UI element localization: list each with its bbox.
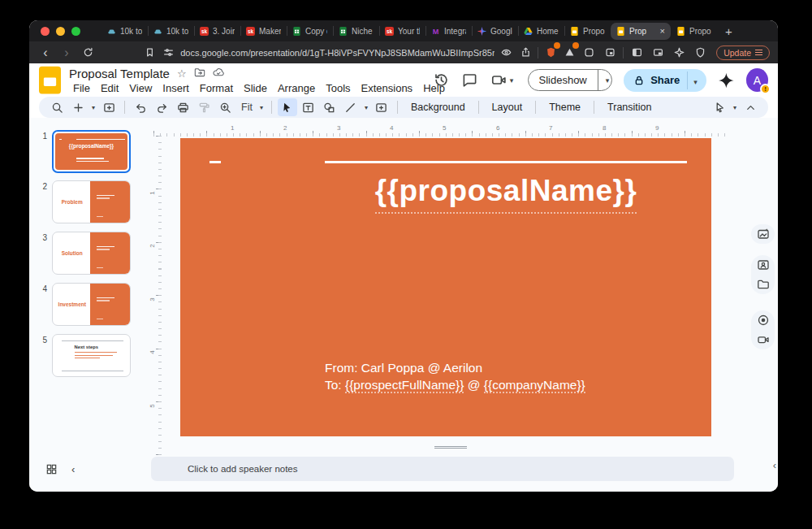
- pointer-caret[interactable]: ▾: [731, 104, 739, 111]
- paint-format-icon[interactable]: [194, 98, 214, 116]
- picture-in-picture-icon[interactable]: [650, 45, 666, 61]
- share-options-caret[interactable]: ▾: [687, 72, 703, 89]
- browser-tab[interactable]: 3. Join 3: [194, 20, 240, 41]
- menu-arrange[interactable]: Arrange: [274, 82, 319, 94]
- record-icon[interactable]: [757, 314, 770, 327]
- text-box-icon[interactable]: [299, 98, 318, 116]
- preview-icon[interactable]: [500, 45, 513, 61]
- star-icon[interactable]: ☆: [177, 68, 187, 79]
- search-menus-icon[interactable]: [47, 98, 67, 116]
- sidebar-toggle-icon[interactable]: [628, 45, 645, 61]
- address-bar[interactable]: docs.google.com/presentation/d/1gT-H8iVP…: [180, 48, 495, 58]
- menu-file[interactable]: File: [69, 82, 94, 94]
- reload-button[interactable]: [80, 45, 96, 61]
- layout-button[interactable]: Layout: [485, 102, 530, 113]
- browser-tab-active[interactable]: Prop×: [611, 23, 671, 40]
- site-settings-icon[interactable]: [162, 45, 175, 61]
- speaker-notes-input[interactable]: Click to add speaker notes: [151, 457, 734, 481]
- background-button[interactable]: Background: [404, 102, 473, 113]
- grid-view-icon[interactable]: [42, 460, 60, 478]
- line-tool-icon[interactable]: [341, 98, 361, 116]
- move-folder-icon[interactable]: [194, 67, 205, 80]
- minimize-window-button[interactable]: [56, 27, 65, 36]
- sparkle-icon[interactable]: [671, 45, 687, 61]
- shield-extension-icon[interactable]: [544, 45, 557, 61]
- bookmark-icon[interactable]: [143, 45, 156, 61]
- gemini-icon[interactable]: [718, 72, 735, 89]
- share-button[interactable]: Share ▾: [624, 69, 706, 92]
- line-tool-caret[interactable]: ▾: [362, 104, 370, 111]
- slide-fromto-textbox[interactable]: From: Carl Poppa @ Aerilon To: {{prospec…: [325, 359, 585, 393]
- image-star-icon[interactable]: [757, 228, 770, 241]
- slideshow-button[interactable]: Slideshow ▾: [528, 69, 613, 91]
- slide-accent-dash[interactable]: [209, 161, 221, 163]
- browser-tab[interactable]: Copy of: [287, 20, 333, 41]
- update-button[interactable]: Update: [716, 46, 770, 60]
- menu-edit[interactable]: Edit: [97, 82, 123, 94]
- slides-logo[interactable]: [39, 66, 61, 94]
- print-icon[interactable]: [173, 98, 192, 116]
- slide-thumbnail-1[interactable]: {{proposalName}}: [52, 130, 131, 173]
- notes-resize-handle[interactable]: [434, 446, 467, 449]
- cloud-status-icon[interactable]: [213, 67, 224, 80]
- new-slide-caret[interactable]: ▾: [89, 104, 97, 111]
- account-avatar[interactable]: A!: [746, 68, 768, 92]
- laser-pointer-icon[interactable]: [710, 98, 729, 116]
- new-tab-button[interactable]: +: [717, 24, 741, 38]
- redo-icon[interactable]: [152, 98, 171, 116]
- browser-tab[interactable]: 10k to $1: [148, 20, 194, 41]
- comment-icon[interactable]: [460, 70, 480, 91]
- shapes-icon[interactable]: [320, 98, 339, 116]
- browser-tab[interactable]: Proposal: [671, 20, 717, 41]
- browser-tab[interactable]: 10k to $1: [102, 20, 148, 41]
- document-title[interactable]: Proposal Template: [69, 67, 170, 80]
- collapse-filmstrip-icon[interactable]: ‹: [71, 463, 75, 475]
- browser-tab[interactable]: Integrati: [425, 20, 472, 41]
- menu-view[interactable]: View: [125, 82, 156, 94]
- hide-menus-icon[interactable]: [741, 98, 760, 116]
- menu-slide[interactable]: Slide: [240, 82, 271, 94]
- slide-thumbnail-3[interactable]: Solution: [52, 232, 131, 275]
- forward-button[interactable]: ›: [58, 45, 75, 61]
- browser-tab[interactable]: Niche Di: [333, 20, 379, 41]
- share-page-icon[interactable]: [519, 45, 532, 61]
- adblock-extension-icon[interactable]: [563, 45, 576, 61]
- meet-camera-icon[interactable]: ▾: [488, 70, 517, 91]
- zoom-icon[interactable]: [215, 98, 235, 116]
- zoom-caret[interactable]: ▾: [257, 104, 266, 111]
- screenshot-icon[interactable]: [602, 45, 618, 61]
- privacy-shield-icon[interactable]: [692, 45, 708, 61]
- slide-thumbnail-4[interactable]: Investment: [52, 283, 131, 326]
- scroll-right-chevron-icon[interactable]: ‹: [773, 459, 776, 471]
- slideshow-options-caret[interactable]: ▾: [598, 70, 612, 90]
- slide-canvas[interactable]: {{proposalName}} From: Carl Poppa @ Aeri…: [180, 138, 711, 436]
- slide-thumbnail-5[interactable]: Next steps: [52, 334, 131, 377]
- video-camera-icon[interactable]: [757, 333, 770, 346]
- browser-tab[interactable]: Proposal: [564, 20, 611, 41]
- browser-tab[interactable]: Google C: [472, 20, 518, 41]
- version-history-icon[interactable]: [432, 70, 452, 91]
- new-slide-layout-icon[interactable]: [99, 98, 119, 116]
- new-slide-plus-icon[interactable]: [68, 98, 88, 116]
- menu-insert[interactable]: Insert: [158, 82, 193, 94]
- zoom-level-select[interactable]: Fit: [236, 102, 256, 113]
- close-window-button[interactable]: [41, 27, 50, 36]
- zoom-window-button[interactable]: [71, 27, 80, 36]
- slide-thumbnail-2[interactable]: Problem: [52, 180, 131, 223]
- theme-button[interactable]: Theme: [542, 102, 588, 113]
- menu-format[interactable]: Format: [196, 82, 237, 94]
- slide-divider-line[interactable]: [325, 161, 687, 163]
- close-tab-icon[interactable]: ×: [660, 26, 665, 36]
- select-tool-icon[interactable]: [278, 98, 297, 116]
- menu-tools[interactable]: Tools: [322, 82, 354, 94]
- folder-icon[interactable]: [757, 278, 770, 291]
- browser-tab[interactable]: Maker Sc: [240, 20, 287, 41]
- undo-icon[interactable]: [131, 98, 150, 116]
- image-person-icon[interactable]: [757, 258, 770, 271]
- transition-button[interactable]: Transition: [600, 102, 659, 113]
- back-button[interactable]: ‹: [37, 45, 54, 61]
- menu-extensions[interactable]: Extensions: [357, 82, 417, 94]
- browser-tab[interactable]: Your thi: [379, 20, 425, 41]
- browser-tab[interactable]: Home - C: [518, 20, 564, 41]
- slide-title-textbox[interactable]: {{proposalName}}: [317, 174, 695, 214]
